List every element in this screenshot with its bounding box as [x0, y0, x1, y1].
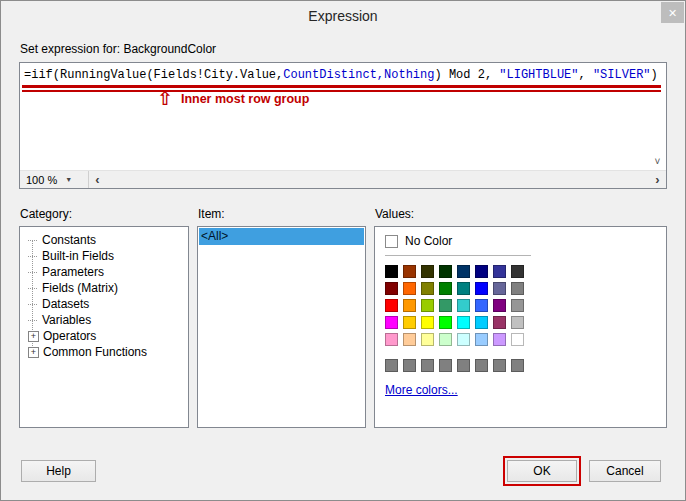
- up-arrow-icon: ⇧: [157, 90, 173, 108]
- dialog-title: Expression: [308, 8, 377, 24]
- expand-plus-icon[interactable]: +: [28, 347, 39, 358]
- color-swatch[interactable]: [511, 282, 524, 295]
- ok-red-annotation: OK: [503, 456, 581, 486]
- code-segment: "SILVER": [593, 68, 651, 82]
- category-list[interactable]: ConstantsBuilt-in FieldsParametersFields…: [19, 226, 189, 428]
- color-swatch[interactable]: [457, 299, 470, 312]
- expression-text[interactable]: =iif(RunningValue(Fields!City.Value,Coun…: [20, 63, 666, 83]
- help-button[interactable]: Help: [21, 460, 96, 482]
- color-swatch[interactable]: [493, 333, 506, 346]
- no-color-label: No Color: [405, 234, 452, 248]
- chevron-left-icon: ‹: [95, 172, 99, 187]
- color-swatch[interactable]: [493, 299, 506, 312]
- vertical-scroll-down-button[interactable]: ˅: [650, 155, 665, 170]
- color-swatch[interactable]: [421, 282, 434, 295]
- color-swatch[interactable]: [439, 265, 452, 278]
- color-swatch[interactable]: [439, 316, 452, 329]
- color-swatch[interactable]: [385, 299, 398, 312]
- category-item-label: Variables: [42, 313, 91, 327]
- color-swatch[interactable]: [475, 265, 488, 278]
- color-swatch[interactable]: [511, 316, 524, 329]
- expression-editor[interactable]: =iif(RunningValue(Fields!City.Value,Coun…: [19, 62, 667, 189]
- color-swatch[interactable]: [439, 359, 452, 372]
- footer: Help OK Cancel: [19, 456, 667, 488]
- color-swatch[interactable]: [385, 333, 398, 346]
- category-item[interactable]: +Operators: [20, 328, 188, 344]
- color-swatch[interactable]: [493, 316, 506, 329]
- color-swatch[interactable]: [403, 333, 416, 346]
- zoom-value: 100 %: [26, 174, 57, 186]
- no-color-checkbox[interactable]: [385, 235, 398, 248]
- color-swatch[interactable]: [403, 282, 416, 295]
- color-swatch[interactable]: [493, 282, 506, 295]
- close-icon: ✕: [668, 0, 677, 28]
- color-swatch[interactable]: [475, 282, 488, 295]
- color-swatch[interactable]: [457, 265, 470, 278]
- color-swatch[interactable]: [511, 359, 524, 372]
- color-swatch[interactable]: [403, 359, 416, 372]
- color-swatch[interactable]: [385, 359, 398, 372]
- color-swatch[interactable]: [421, 265, 434, 278]
- scroll-right-button[interactable]: ›: [649, 171, 666, 188]
- color-swatch[interactable]: [475, 316, 488, 329]
- color-swatch[interactable]: [403, 316, 416, 329]
- close-button[interactable]: ✕: [661, 2, 684, 23]
- color-palette: [385, 265, 524, 346]
- gray-palette: [385, 359, 524, 372]
- scrollbar-track[interactable]: [106, 171, 649, 188]
- code-segment: ) Mod 2,: [434, 68, 499, 82]
- color-swatch[interactable]: [421, 316, 434, 329]
- color-swatch[interactable]: [475, 299, 488, 312]
- separator: [385, 255, 531, 256]
- zoom-dropdown-icon[interactable]: ▼: [65, 176, 72, 183]
- color-swatch[interactable]: [493, 265, 506, 278]
- color-swatch[interactable]: [421, 333, 434, 346]
- color-swatch[interactable]: [457, 333, 470, 346]
- red-underline-annotation: [22, 85, 661, 92]
- color-swatch[interactable]: [385, 265, 398, 278]
- color-swatch[interactable]: [439, 282, 452, 295]
- category-item[interactable]: Built-in Fields: [20, 248, 188, 264]
- cancel-button[interactable]: Cancel: [589, 460, 661, 482]
- color-swatch[interactable]: [385, 316, 398, 329]
- color-swatch[interactable]: [493, 359, 506, 372]
- tree-line: [28, 320, 37, 321]
- tree-line: [28, 256, 37, 257]
- category-item[interactable]: Constants: [20, 232, 188, 248]
- item-list[interactable]: <All>: [197, 226, 366, 428]
- color-swatch[interactable]: [403, 265, 416, 278]
- scroll-left-button[interactable]: ‹: [89, 171, 106, 188]
- color-swatch[interactable]: [421, 359, 434, 372]
- editor-bottom-bar: 100 % ▼ ‹ ›: [20, 170, 666, 188]
- color-swatch[interactable]: [385, 282, 398, 295]
- category-item[interactable]: +Common Functions: [20, 344, 188, 360]
- color-swatch[interactable]: [421, 299, 434, 312]
- color-swatch[interactable]: [457, 282, 470, 295]
- expand-plus-icon[interactable]: +: [28, 331, 39, 342]
- color-swatch[interactable]: [511, 333, 524, 346]
- color-swatch[interactable]: [439, 299, 452, 312]
- tree-line: [28, 288, 37, 289]
- no-color-option[interactable]: No Color: [385, 234, 656, 248]
- color-swatch[interactable]: [475, 333, 488, 346]
- titlebar[interactable]: Expression ✕: [1, 1, 685, 31]
- ok-button[interactable]: OK: [507, 460, 577, 482]
- color-swatch[interactable]: [511, 299, 524, 312]
- color-swatch[interactable]: [511, 265, 524, 278]
- zoom-combo[interactable]: 100 % ▼: [20, 171, 89, 188]
- category-item[interactable]: Datasets: [20, 296, 188, 312]
- item-row[interactable]: <All>: [199, 228, 364, 245]
- category-item[interactable]: Parameters: [20, 264, 188, 280]
- category-item[interactable]: Variables: [20, 312, 188, 328]
- color-swatch[interactable]: [475, 359, 488, 372]
- color-swatch[interactable]: [457, 359, 470, 372]
- category-label: Category:: [20, 207, 189, 221]
- color-swatch[interactable]: [403, 299, 416, 312]
- color-swatch[interactable]: [457, 316, 470, 329]
- chevron-right-icon: ›: [655, 172, 659, 187]
- horizontal-scrollbar[interactable]: ‹ ›: [89, 171, 666, 188]
- color-swatch[interactable]: [439, 333, 452, 346]
- more-colors-link[interactable]: More colors...: [385, 383, 458, 397]
- chevron-down-icon: ˅: [655, 156, 661, 167]
- category-item[interactable]: Fields (Matrix): [20, 280, 188, 296]
